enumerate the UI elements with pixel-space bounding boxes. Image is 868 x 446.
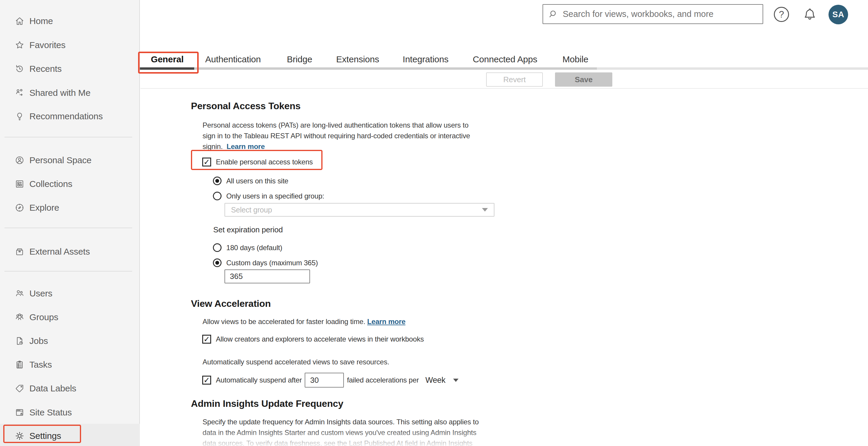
sidebar-item-groups[interactable]: Groups bbox=[0, 310, 140, 324]
expiration-custom-label: Custom days (maximum 365) bbox=[226, 259, 318, 267]
sidebar-item-recommendations[interactable]: Recommendations bbox=[0, 109, 140, 124]
sidebar-item-home[interactable]: Home bbox=[0, 14, 140, 28]
sidebar-item-label: Jobs bbox=[29, 336, 48, 346]
browser-warning-icon bbox=[14, 407, 25, 417]
sidebar-item-favorites[interactable]: Favorites bbox=[0, 38, 140, 52]
tag-icon bbox=[14, 383, 25, 393]
sidebar-item-jobs[interactable]: Jobs bbox=[0, 334, 140, 348]
sidebar-item-collections[interactable]: Collections bbox=[0, 177, 140, 191]
expiration-custom-radio[interactable] bbox=[213, 259, 221, 267]
sidebar-item-users[interactable]: Users bbox=[0, 286, 140, 301]
sidebar-item-tasks[interactable]: Tasks bbox=[0, 357, 140, 372]
help-glyph: ? bbox=[779, 9, 784, 20]
compass-icon bbox=[14, 203, 25, 213]
sidebar-item-label: Groups bbox=[29, 312, 58, 322]
specified-group-radio-row: Only users in a specified group: bbox=[213, 192, 324, 200]
all-users-radio[interactable] bbox=[213, 177, 221, 185]
history-clock-icon bbox=[14, 64, 25, 74]
tab-authentication[interactable]: Authentication bbox=[205, 54, 261, 66]
tab-extensions[interactable]: Extensions bbox=[336, 54, 379, 66]
active-tab-underline bbox=[140, 67, 194, 70]
all-users-radio-row: All users on this site bbox=[213, 177, 288, 185]
sidebar-item-explore[interactable]: Explore bbox=[0, 201, 140, 215]
tab-mobile[interactable]: Mobile bbox=[562, 54, 588, 66]
sidebar: Home Favorites Recents Shared with Me Re… bbox=[0, 0, 140, 446]
group-select-dropdown[interactable]: Select group bbox=[224, 203, 494, 217]
auto-suspend-row: Automatically suspend after failed accel… bbox=[202, 373, 459, 387]
admin-insights-description: Specify the update frequency for Admin I… bbox=[203, 417, 479, 446]
chevron-down-icon bbox=[482, 208, 488, 212]
period-chevron-down-icon[interactable] bbox=[453, 379, 459, 382]
sidebar-item-label: Recents bbox=[29, 64, 62, 74]
tab-integrations[interactable]: Integrations bbox=[403, 54, 448, 66]
enable-pat-label: Enable personal access tokens bbox=[216, 158, 313, 166]
save-button[interactable]: Save bbox=[555, 72, 612, 87]
group-select-placeholder: Select group bbox=[225, 206, 482, 214]
groups-icon bbox=[14, 312, 25, 322]
tab-underline-track bbox=[141, 67, 597, 70]
pat-learn-more-link[interactable]: Learn more bbox=[226, 142, 265, 150]
lightbulb-icon bbox=[14, 111, 25, 122]
sidebar-divider bbox=[4, 228, 132, 228]
all-users-label: All users on this site bbox=[226, 177, 288, 185]
tab-connected-apps[interactable]: Connected Apps bbox=[473, 54, 537, 66]
suspend-period-value[interactable]: Week bbox=[425, 376, 445, 385]
sidebar-item-site-status[interactable]: Site Status bbox=[0, 405, 140, 420]
suspend-suffix-label: failed accelerations per bbox=[347, 376, 419, 384]
expiration-180-radio[interactable] bbox=[213, 243, 221, 252]
tab-underline-track-light bbox=[597, 67, 868, 70]
view-acceleration-learn-more-link[interactable]: Learn more bbox=[367, 317, 406, 325]
help-icon[interactable]: ? bbox=[774, 7, 789, 22]
search-input[interactable] bbox=[559, 5, 763, 23]
clipboard-list-icon bbox=[14, 359, 25, 370]
expiration-period-label: Set expiration period bbox=[213, 224, 283, 235]
tab-general[interactable]: General bbox=[151, 54, 184, 66]
tab-bridge[interactable]: Bridge bbox=[287, 54, 312, 66]
sidebar-item-shared-with-me[interactable]: Shared with Me bbox=[0, 86, 140, 100]
sidebar-item-external-assets[interactable]: External Assets bbox=[0, 244, 140, 259]
view-acceleration-description: Allow views to be accelerated for faster… bbox=[203, 316, 405, 327]
sidebar-item-label: Personal Space bbox=[29, 155, 91, 165]
sidebar-item-label: Users bbox=[29, 288, 52, 299]
section-title-view-acceleration: View Acceleration bbox=[191, 298, 271, 309]
sidebar-item-recents[interactable]: Recents bbox=[0, 62, 140, 76]
custom-days-input[interactable] bbox=[224, 269, 310, 283]
enable-pat-checkbox[interactable] bbox=[202, 158, 211, 167]
sidebar-item-settings[interactable]: Settings bbox=[0, 429, 140, 443]
sidebar-item-label: Collections bbox=[29, 179, 72, 189]
sidebar-item-label: Data Labels bbox=[29, 383, 76, 393]
page-clock-icon bbox=[14, 336, 25, 346]
notifications-bell-icon[interactable] bbox=[802, 6, 817, 23]
search-icon bbox=[548, 9, 559, 20]
auto-suspend-checkbox[interactable] bbox=[202, 376, 211, 385]
user-avatar[interactable]: SA bbox=[829, 5, 848, 24]
sidebar-item-label: Shared with Me bbox=[29, 88, 91, 98]
sidebar-item-label: Tasks bbox=[29, 359, 52, 370]
sidebar-item-data-labels[interactable]: Data Labels bbox=[0, 381, 140, 396]
sidebar-item-personal-space[interactable]: Personal Space bbox=[0, 153, 140, 167]
allow-acceleration-label: Allow creators and explorers to accelera… bbox=[216, 335, 424, 343]
star-icon bbox=[14, 40, 25, 50]
toolbar-divider bbox=[141, 88, 868, 89]
avatar-initials: SA bbox=[832, 10, 844, 19]
sidebar-item-label: Recommendations bbox=[29, 111, 103, 122]
auto-suspend-label: Automatically suspend after bbox=[216, 376, 302, 384]
sidebar-item-label: Site Status bbox=[29, 407, 72, 417]
expiration-180-radio-row: 180 days (default) bbox=[213, 243, 282, 252]
sidebar-item-label: Settings bbox=[29, 431, 61, 441]
section-title-personal-access-tokens: Personal Access Tokens bbox=[191, 101, 301, 111]
allow-acceleration-row: Allow creators and explorers to accelera… bbox=[202, 335, 424, 344]
grid-plus-icon bbox=[14, 179, 25, 189]
person-circle-icon bbox=[14, 155, 25, 165]
revert-button[interactable]: Revert bbox=[486, 72, 543, 87]
users-icon bbox=[14, 288, 25, 299]
enable-pat-row: Enable personal access tokens bbox=[202, 158, 313, 167]
sidebar-divider bbox=[4, 137, 132, 137]
allow-acceleration-checkbox[interactable] bbox=[202, 335, 211, 344]
specified-group-radio[interactable] bbox=[213, 192, 221, 200]
sidebar-divider bbox=[4, 271, 132, 272]
sidebar-item-label: Explore bbox=[29, 203, 59, 213]
home-icon bbox=[14, 16, 25, 26]
suspend-count-input[interactable] bbox=[305, 373, 344, 387]
archive-box-icon bbox=[14, 247, 25, 257]
